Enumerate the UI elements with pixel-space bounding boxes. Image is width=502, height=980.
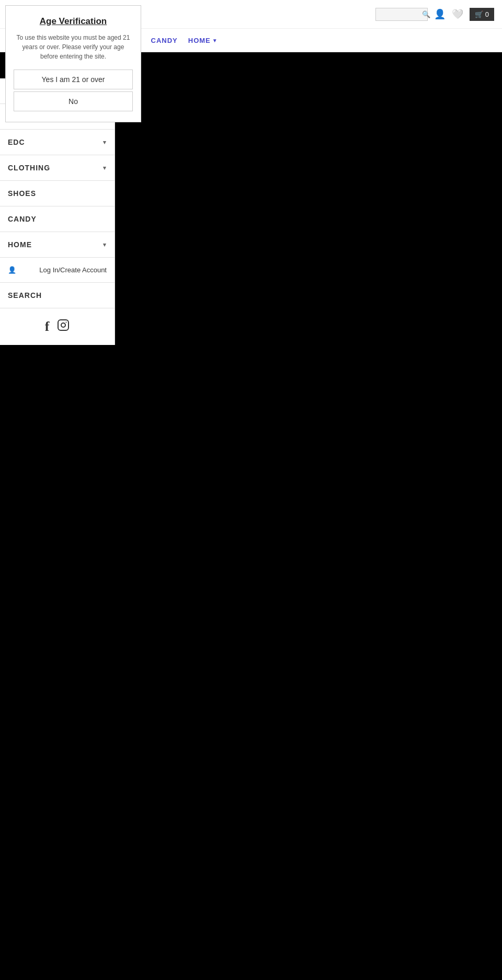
nav-home-chevron: ▼ [212,38,218,43]
sidebar-home-chevron: ▾ [103,241,107,248]
cart-button[interactable]: 🛒 0 [470,8,494,21]
sidebar-social: f [0,308,115,345]
sidebar-shoes-label: SHOES [8,189,36,198]
sidebar-clothing-label: CLOTHING [8,164,50,172]
header-icons: 🔍 👤 🤍 🛒 0 [375,8,494,21]
svg-point-1 [61,323,65,327]
sidebar-edc-label: EDC [8,138,25,146]
age-yes-button[interactable]: Yes I am 21 or over [14,70,133,89]
search-icon[interactable]: 🔍 [422,10,430,18]
sidebar-candy-label: CANDY [8,215,37,223]
nav-item-candy[interactable]: CANDY [151,37,178,44]
sidebar-item-shoes[interactable]: SHOES [0,181,115,206]
age-modal-title: Age Verification [14,16,133,27]
sidebar-item-edc[interactable]: EDC ▾ [0,130,115,155]
age-modal-description: To use this website you must be aged 21 … [14,33,133,61]
svg-rect-0 [58,320,69,330]
sidebar-clothing-chevron: ▾ [103,165,107,171]
cart-icon: 🛒 [475,10,483,18]
nav-item-home[interactable]: HOME ▼ [188,37,218,44]
account-icon-button[interactable]: 👤 [434,8,446,20]
sidebar-item-home[interactable]: HOME ▾ [0,232,115,258]
svg-point-2 [66,322,67,323]
sidebar-login-label: Log In/Create Account [39,266,107,274]
instagram-icon[interactable] [57,319,70,335]
age-no-button[interactable]: No [14,91,133,111]
nav-candy-label: CANDY [151,37,178,44]
sidebar-item-login[interactable]: 👤 Log In/Create Account [0,258,115,283]
search-box: 🔍 [375,8,428,21]
sidebar-item-candy[interactable]: CANDY [0,206,115,232]
wishlist-icon-button[interactable]: 🤍 [452,8,463,20]
cart-count: 0 [485,10,489,18]
nav-home-label: HOME [188,37,211,44]
sidebar-item-clothing[interactable]: CLOTHING ▾ [0,155,115,181]
account-icon: 👤 [8,266,16,274]
sidebar-edc-chevron: ▾ [103,139,107,146]
facebook-icon[interactable]: f [45,319,50,335]
search-input[interactable] [380,10,422,18]
main-content [115,52,502,980]
age-verification-modal: Age Verification To use this website you… [5,5,141,122]
sidebar-item-search[interactable]: SEARCH [0,283,115,308]
sidebar-search-label: SEARCH [8,291,42,299]
sidebar-home-label: HOME [8,240,32,249]
